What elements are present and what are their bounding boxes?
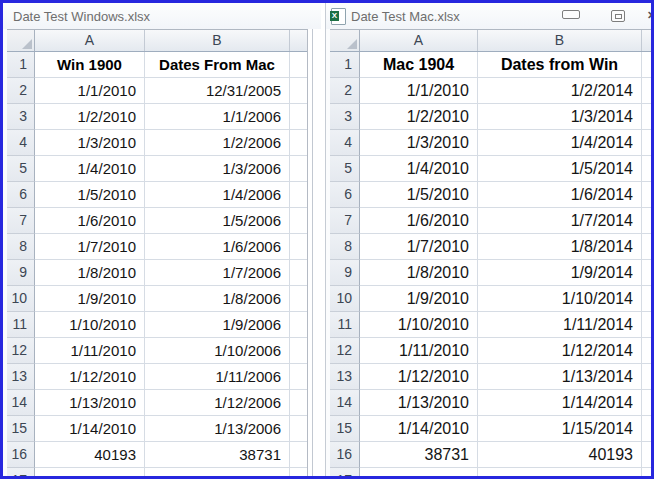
row-header[interactable]: 6 xyxy=(7,182,35,208)
cell-partial[interactable] xyxy=(290,416,307,442)
cell[interactable]: 1/11/2010 xyxy=(360,338,478,364)
cell[interactable]: 1/10/2014 xyxy=(478,286,642,312)
cell-partial[interactable] xyxy=(290,312,307,338)
cell[interactable]: Mac 1904 xyxy=(360,52,478,78)
cell[interactable]: 40193 xyxy=(478,442,642,468)
column-header-b[interactable]: B xyxy=(145,30,290,51)
minimize-button[interactable] xyxy=(562,10,580,19)
cell[interactable]: 12/31/2005 xyxy=(145,78,290,104)
cell[interactable]: 38731 xyxy=(145,442,290,468)
cell-partial[interactable] xyxy=(642,364,652,390)
cell[interactable]: 1/6/2014 xyxy=(478,182,642,208)
cell[interactable]: 1/1/2006 xyxy=(145,104,290,130)
cell[interactable]: 1/12/2014 xyxy=(478,338,642,364)
row-header[interactable]: 4 xyxy=(7,130,35,156)
cell[interactable]: 1/10/2010 xyxy=(35,312,145,338)
cell-partial[interactable] xyxy=(290,234,307,260)
cell[interactable]: 1/5/2010 xyxy=(360,182,478,208)
cell-partial[interactable] xyxy=(290,286,307,312)
row-header[interactable]: 12 xyxy=(330,338,360,364)
cell[interactable]: Win 1900 xyxy=(35,52,145,78)
cell-partial[interactable] xyxy=(290,78,307,104)
cell[interactable]: 1/4/2010 xyxy=(35,156,145,182)
row-header[interactable]: 5 xyxy=(7,156,35,182)
cell[interactable] xyxy=(360,468,478,476)
cell[interactable]: 1/13/2006 xyxy=(145,416,290,442)
cell[interactable]: 1/11/2010 xyxy=(35,338,145,364)
cell[interactable]: 1/3/2014 xyxy=(478,104,642,130)
cell[interactable]: Dates From Mac xyxy=(145,52,290,78)
cell[interactable]: 1/12/2010 xyxy=(360,364,478,390)
row-header[interactable]: 7 xyxy=(330,208,360,234)
column-header-b[interactable]: B xyxy=(478,30,642,51)
cell[interactable]: 1/2/2010 xyxy=(35,104,145,130)
cell-partial[interactable] xyxy=(642,182,652,208)
row-header[interactable]: 15 xyxy=(7,416,35,442)
row-header[interactable]: 3 xyxy=(330,104,360,130)
select-all-corner[interactable] xyxy=(330,30,360,51)
row-header[interactable]: 2 xyxy=(7,78,35,104)
column-header-c-partial[interactable] xyxy=(642,30,652,51)
row-header[interactable]: 8 xyxy=(7,234,35,260)
cell-partial[interactable] xyxy=(290,52,307,78)
cell[interactable]: 1/9/2010 xyxy=(360,286,478,312)
row-header[interactable]: 11 xyxy=(7,312,35,338)
cell-partial[interactable] xyxy=(290,208,307,234)
cell[interactable]: 1/4/2014 xyxy=(478,130,642,156)
row-header[interactable]: 13 xyxy=(7,364,35,390)
cell[interactable]: 1/7/2010 xyxy=(360,234,478,260)
cell[interactable]: 1/14/2010 xyxy=(360,416,478,442)
cell-partial[interactable] xyxy=(642,260,652,286)
row-header[interactable]: 15 xyxy=(330,416,360,442)
cell[interactable]: 1/10/2006 xyxy=(145,338,290,364)
cell[interactable]: 1/5/2010 xyxy=(35,182,145,208)
cell[interactable]: 1/4/2006 xyxy=(145,182,290,208)
cell-partial[interactable] xyxy=(642,416,652,442)
row-header[interactable]: 9 xyxy=(7,260,35,286)
cell-partial[interactable] xyxy=(642,468,652,476)
cell[interactable]: 1/9/2006 xyxy=(145,312,290,338)
vertical-scrollbar[interactable] xyxy=(307,29,321,476)
cell[interactable]: 1/9/2014 xyxy=(478,260,642,286)
row-header[interactable]: 13 xyxy=(330,364,360,390)
cell[interactable]: 1/13/2010 xyxy=(360,390,478,416)
cell[interactable]: 1/6/2006 xyxy=(145,234,290,260)
row-header[interactable]: 7 xyxy=(7,208,35,234)
cell-partial[interactable] xyxy=(290,468,307,476)
cell[interactable]: 1/8/2010 xyxy=(35,260,145,286)
cell[interactable]: 1/8/2014 xyxy=(478,234,642,260)
cell[interactable]: 1/2/2014 xyxy=(478,78,642,104)
cell[interactable]: 1/13/2014 xyxy=(478,364,642,390)
cell-partial[interactable] xyxy=(642,130,652,156)
row-header[interactable]: 11 xyxy=(330,312,360,338)
cell[interactable]: 1/14/2010 xyxy=(35,416,145,442)
row-header[interactable]: 2 xyxy=(330,78,360,104)
cell[interactable]: 1/6/2010 xyxy=(35,208,145,234)
cell-partial[interactable] xyxy=(642,208,652,234)
select-all-corner[interactable] xyxy=(7,30,35,51)
cell[interactable]: 1/3/2010 xyxy=(35,130,145,156)
column-header-c-partial[interactable] xyxy=(290,30,307,51)
cell[interactable]: 1/2/2006 xyxy=(145,130,290,156)
cell[interactable]: 1/1/2010 xyxy=(35,78,145,104)
cell[interactable]: 1/10/2010 xyxy=(360,312,478,338)
row-header[interactable]: 3 xyxy=(7,104,35,130)
cell-partial[interactable] xyxy=(642,338,652,364)
cell[interactable]: 1/11/2006 xyxy=(145,364,290,390)
cell[interactable]: 38731 xyxy=(360,442,478,468)
close-button-partial[interactable]: ✕ xyxy=(647,9,652,22)
row-header[interactable]: 1 xyxy=(7,52,35,78)
titlebar-right[interactable]: Date Test Mac.xlsx ✕ xyxy=(326,3,652,29)
row-header[interactable]: 17 xyxy=(7,468,35,476)
cell-partial[interactable] xyxy=(642,234,652,260)
cell-partial[interactable] xyxy=(290,338,307,364)
cell[interactable]: 1/1/2010 xyxy=(360,78,478,104)
cell[interactable]: Dates from Win xyxy=(478,52,642,78)
cell[interactable]: 1/3/2010 xyxy=(360,130,478,156)
cell-partial[interactable] xyxy=(290,156,307,182)
row-header[interactable]: 5 xyxy=(330,156,360,182)
row-header[interactable]: 4 xyxy=(330,130,360,156)
cell-partial[interactable] xyxy=(290,104,307,130)
row-header[interactable]: 14 xyxy=(7,390,35,416)
row-header[interactable]: 10 xyxy=(330,286,360,312)
